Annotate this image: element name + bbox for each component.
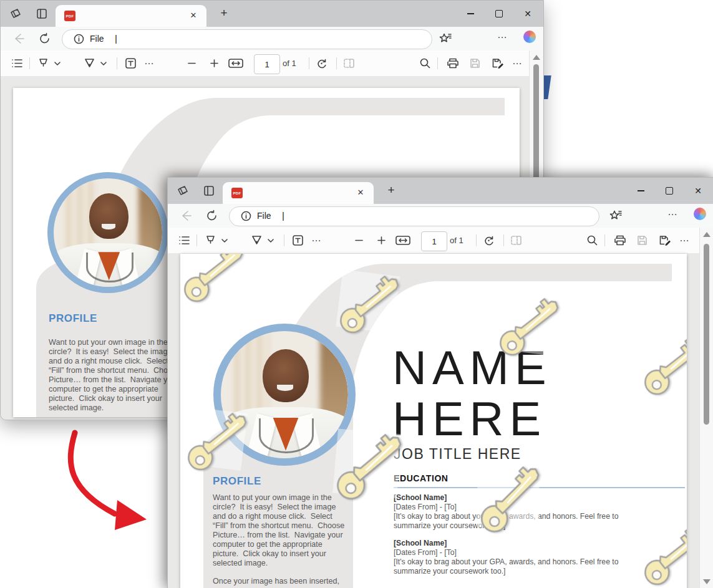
new-tab-button[interactable]: + — [218, 7, 230, 19]
profile-text-line: Picture… from the list. Navigate your — [49, 375, 179, 384]
tab-strip: PDF ✕ + ✕ — [168, 178, 713, 204]
scrollbar-thumb[interactable] — [704, 244, 709, 425]
favorites-icon[interactable] — [439, 32, 452, 46]
copilot-icon[interactable] — [523, 31, 537, 44]
settings-more-icon[interactable]: … — [497, 29, 511, 43]
school-name: [School Name] — [394, 493, 447, 502]
save-as-icon[interactable] — [491, 57, 504, 70]
screenshot-canvas: PDF ✕ + ✕ File | — [0, 0, 713, 588]
fit-to-width-icon[interactable] — [395, 234, 408, 247]
profile-text-line: and do a right mouse click. Select — [213, 512, 332, 521]
favorites-icon[interactable] — [609, 209, 623, 223]
tab-close-icon[interactable]: ✕ — [188, 10, 199, 21]
zoom-in-icon[interactable] — [208, 57, 221, 70]
scroll-up-icon[interactable] — [703, 232, 711, 237]
add-text-icon[interactable] — [124, 57, 137, 70]
profile-text-line: Want to put your own image in the — [213, 493, 332, 502]
pdf-file-icon: PDF — [231, 188, 243, 198]
table-of-contents-icon[interactable] — [11, 57, 24, 70]
zoom-out-icon[interactable] — [352, 234, 366, 247]
url-field[interactable]: File | — [229, 206, 599, 226]
highlighter-icon[interactable] — [204, 234, 217, 247]
highlighter-chevron-icon[interactable] — [220, 236, 233, 249]
new-tab-button[interactable]: + — [385, 184, 397, 196]
tab-strip: PDF ✕ + ✕ — [1, 1, 543, 27]
toolbar-more-icon[interactable]: … — [679, 233, 690, 244]
page-view-icon[interactable] — [510, 234, 523, 247]
pdf-tab[interactable]: PDF ✕ — [56, 5, 206, 27]
tab-close-icon[interactable]: ✕ — [355, 187, 366, 198]
workspaces-icon[interactable] — [9, 7, 22, 20]
draw-pen-icon[interactable] — [83, 57, 96, 70]
pdf-file-icon: PDF — [64, 11, 75, 21]
rotate-icon[interactable] — [482, 234, 495, 247]
page-number-input[interactable] — [254, 54, 280, 74]
profile-text-line: Once your image has been inserted, — [213, 577, 339, 586]
search-icon[interactable] — [586, 234, 599, 247]
url-text: File — [257, 211, 271, 221]
profile-photo — [47, 172, 168, 293]
page-view-icon[interactable] — [342, 57, 356, 70]
school-desc: summarize your coursework too.] — [394, 567, 506, 576]
draw-chevron-icon[interactable] — [266, 236, 279, 249]
copilot-icon[interactable] — [694, 208, 707, 221]
draw-chevron-icon[interactable] — [99, 59, 112, 72]
scroll-up-icon[interactable] — [533, 55, 540, 60]
profile-text-line: circle? It is easy! Select the image — [49, 347, 172, 356]
info-icon[interactable] — [74, 34, 84, 44]
school-name: [School Name] — [394, 539, 447, 547]
highlighter-icon[interactable] — [37, 57, 50, 70]
pdf-tab[interactable]: PDF ✕ — [223, 182, 374, 204]
workspaces-icon[interactable] — [177, 185, 189, 197]
print-icon[interactable] — [446, 57, 459, 70]
profile-text-line: circle? It is easy! Select the image — [213, 503, 336, 511]
red-annotation-arrow — [57, 424, 163, 539]
profile-text-line: Picture… from the list. Navigate your — [213, 531, 343, 539]
profile-text-line: and do a right mouse click. Select — [49, 357, 168, 365]
page-count-label: of 1 — [450, 236, 463, 245]
refresh-icon[interactable] — [205, 209, 219, 223]
refresh-icon[interactable] — [38, 32, 52, 46]
add-text-icon[interactable] — [291, 234, 304, 247]
highlighter-chevron-icon[interactable] — [53, 59, 66, 72]
school-dates: [Dates From] - [To] — [394, 548, 457, 557]
save-icon — [636, 234, 649, 247]
pdf-toolbar: … of 1 — [1, 51, 530, 77]
minimize-button[interactable] — [461, 6, 480, 21]
text-caret: | — [115, 33, 117, 44]
rotate-icon[interactable] — [315, 57, 328, 70]
draw-pen-icon[interactable] — [250, 234, 263, 247]
school-desc: [It's okay to brag about your GPA, award… — [394, 557, 618, 566]
table-of-contents-icon[interactable] — [178, 234, 191, 247]
vertical-tabs-icon[interactable] — [36, 7, 48, 20]
settings-more-icon[interactable]: … — [667, 206, 681, 220]
vertical-tabs-icon[interactable] — [203, 185, 215, 197]
search-icon[interactable] — [419, 57, 432, 70]
scroll-down-icon[interactable] — [703, 579, 711, 584]
profile-text-line: selected image. — [213, 559, 268, 567]
profile-text-line: “Fill” from the shortcut menu. Choose — [49, 366, 180, 375]
page-number-input[interactable] — [421, 231, 447, 251]
profile-text-line: “Fill” from the shortcut menu. Choose — [213, 521, 344, 530]
zoom-in-icon[interactable] — [375, 234, 388, 247]
profile-text-line: computer to get the appropriate — [49, 385, 158, 393]
print-icon[interactable] — [613, 234, 626, 247]
close-button[interactable]: ✕ — [689, 183, 707, 198]
info-icon[interactable] — [241, 211, 251, 221]
annotation-more-icon[interactable]: … — [311, 233, 322, 244]
zoom-out-icon[interactable] — [185, 57, 198, 70]
minimize-button[interactable] — [631, 183, 650, 198]
maximize-button[interactable] — [490, 6, 508, 21]
maximize-button[interactable] — [660, 183, 679, 198]
fit-to-width-icon[interactable] — [228, 57, 241, 70]
save-as-icon[interactable] — [658, 234, 671, 247]
back-icon[interactable] — [179, 209, 193, 223]
url-field[interactable]: File | — [62, 29, 432, 49]
address-bar: File | … — [1, 27, 543, 51]
close-button[interactable]: ✕ — [518, 6, 537, 21]
url-text: File — [90, 34, 104, 44]
toolbar-more-icon[interactable]: … — [512, 55, 523, 67]
scrollbar — [699, 228, 713, 588]
back-icon[interactable] — [12, 32, 26, 46]
annotation-more-icon[interactable]: … — [144, 55, 155, 67]
